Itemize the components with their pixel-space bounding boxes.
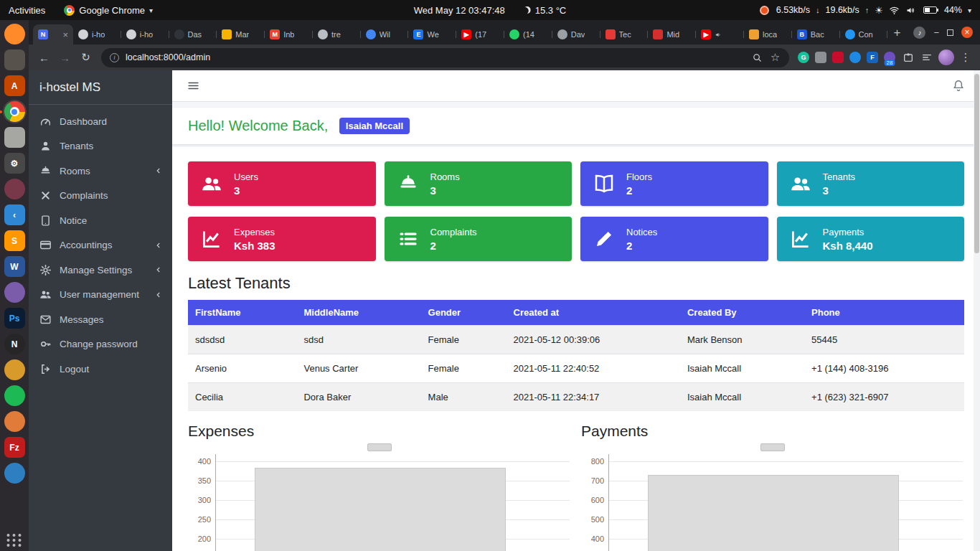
browser-tab[interactable]: Mid	[648, 24, 696, 44]
dock-item-app-center[interactable]: A	[4, 75, 25, 96]
browser-tab[interactable]: ▶	[696, 24, 744, 44]
tab-close-icon[interactable]: ×	[62, 30, 68, 39]
volume-icon[interactable]	[905, 5, 916, 16]
sidebar-item-notice[interactable]: Notice	[29, 208, 172, 233]
sidebar-item-manage-settings[interactable]: Manage Settings	[29, 258, 172, 283]
dock-item-notes[interactable]: N	[4, 334, 25, 354]
browser-tab[interactable]: loca	[744, 24, 792, 44]
dock-item-filezilla[interactable]: Fz	[4, 437, 25, 458]
browser-tab[interactable]: Tec	[600, 24, 649, 44]
window-maximize-button[interactable]	[947, 29, 953, 36]
tab-groups-icon[interactable]	[918, 49, 936, 66]
browser-tab[interactable]: EWe	[408, 24, 456, 44]
browser-tab[interactable]: Con	[840, 24, 888, 44]
dock-item-beer[interactable]	[4, 359, 25, 380]
dock-item-vscode[interactable]: ‹	[4, 204, 25, 225]
new-tab-button[interactable]: +	[887, 24, 906, 42]
app-menu[interactable]: Google Chrome ▾	[64, 5, 153, 16]
dock-item-inkscape[interactable]	[4, 411, 25, 432]
media-controls-button[interactable]: ♪	[913, 27, 925, 39]
bookmark-star-icon[interactable]: ☆	[770, 52, 781, 63]
browser-tab[interactable]: tre	[313, 24, 361, 44]
site-info-icon[interactable]: i	[110, 53, 119, 62]
tab-favicon-icon	[653, 29, 663, 39]
browser-tab[interactable]: N×	[33, 24, 73, 44]
browser-tab[interactable]: (14	[504, 24, 552, 44]
screenshot-tool-icon[interactable]	[815, 52, 826, 63]
browser-tab[interactable]: MInb	[265, 24, 313, 44]
browser-tab[interactable]: i-ho	[73, 24, 121, 44]
scrollbar-thumb[interactable]	[974, 74, 979, 253]
dock-item-glyph: W	[10, 262, 18, 272]
profile-avatar[interactable]	[938, 50, 954, 65]
stat-card-users[interactable]: Users3	[188, 161, 376, 206]
sidebar-item-user-management[interactable]: User management	[29, 283, 172, 308]
stat-text: PaymentsKsh 8,440	[823, 227, 873, 252]
notifications-bell-icon[interactable]	[951, 79, 966, 93]
brand[interactable]: i-hostel MS	[29, 70, 172, 105]
sidebar-item-rooms[interactable]: Rooms	[29, 159, 172, 184]
stat-card-rooms[interactable]: Rooms3	[385, 161, 573, 206]
dock-item-glyph: N	[11, 339, 18, 349]
back-button[interactable]: ←	[34, 48, 54, 67]
browser-tab[interactable]: ▶(17	[456, 24, 504, 44]
stat-card-notices[interactable]: Notices2	[580, 217, 768, 261]
dock-item-tweaks[interactable]: ⚙	[4, 153, 25, 174]
wifi-icon[interactable]	[889, 5, 900, 16]
sidebar-item-messages[interactable]: Messages	[29, 307, 172, 332]
video-call-icon[interactable]	[849, 52, 861, 63]
dock-item-spotify[interactable]	[4, 385, 25, 406]
tenants-table: FirstNameMiddleNameGenderCreated atCreat…	[188, 300, 964, 411]
dock-item-media[interactable]	[4, 179, 25, 199]
browser-tab[interactable]: Mar	[217, 24, 265, 44]
stat-card-expenses[interactable]: ExpensesKsh 383	[188, 217, 376, 261]
dock-item-firefox[interactable]	[4, 24, 25, 44]
sidebar-toggle-icon[interactable]	[187, 79, 200, 93]
column-header: FirstName	[188, 300, 296, 326]
dock-item-chrome[interactable]	[4, 101, 25, 122]
activities-button[interactable]: Activities	[9, 5, 45, 16]
dock-item-word[interactable]: W	[4, 256, 25, 277]
ft-tool-icon[interactable]: F	[867, 52, 878, 63]
notification-badge: 28	[885, 60, 895, 66]
sidebar-item-accountings[interactable]: Accountings	[29, 233, 172, 258]
zoom-icon[interactable]	[752, 52, 763, 63]
dock-item-draw[interactable]	[4, 282, 25, 303]
stat-card-tenants[interactable]: Tenants3	[777, 161, 965, 206]
browser-tab[interactable]: BBac	[792, 24, 840, 44]
sidebar-item-dashboard[interactable]: Dashboard	[29, 109, 172, 134]
adblock-plus-icon[interactable]	[832, 52, 844, 63]
dock-item-sublime[interactable]: S	[4, 230, 25, 251]
stat-card-payments[interactable]: PaymentsKsh 8,440	[777, 217, 965, 261]
dock-item-text-editor[interactable]	[4, 127, 25, 148]
account-icon[interactable]: 28	[884, 52, 895, 63]
browser-tab[interactable]: i-ho	[121, 24, 169, 44]
extensions-puzzle-icon[interactable]	[900, 49, 917, 66]
dock-item-web[interactable]	[4, 463, 25, 484]
clock[interactable]: Wed May 12 03:47:48	[414, 5, 505, 16]
sidebar-item-tenants[interactable]: Tenants	[29, 134, 172, 159]
stat-card-complaints[interactable]: Complaints2	[385, 217, 573, 261]
grammarly-icon[interactable]: G	[798, 52, 809, 63]
dock-item-files[interactable]	[4, 50, 25, 70]
chart-legend-box[interactable]	[760, 443, 785, 451]
address-bar[interactable]: i localhost:8000/admin ☆	[101, 48, 789, 67]
tab-favicon-icon	[557, 29, 567, 39]
sidebar-item-change-password[interactable]: Change password	[29, 332, 172, 357]
sidebar-item-logout[interactable]: Logout	[29, 357, 172, 382]
chart-legend-box[interactable]	[367, 443, 392, 451]
dock-item-photoshop[interactable]: Ps	[4, 308, 25, 329]
forward-button[interactable]: →	[55, 48, 75, 67]
stat-card-floors[interactable]: Floors2	[580, 161, 768, 206]
reload-button[interactable]: ↻	[76, 48, 95, 67]
sidebar-item-label: Accountings	[60, 240, 113, 250]
browser-tab[interactable]: Dav	[552, 24, 600, 44]
system-menu-caret-icon[interactable]: ▾	[968, 6, 971, 14]
browser-menu-icon[interactable]: ⋮	[957, 49, 974, 66]
window-close-button[interactable]: ×	[961, 27, 973, 38]
browser-tab[interactable]: Wil	[361, 24, 409, 44]
window-minimize-button[interactable]: −	[933, 27, 939, 38]
sidebar-item-complaints[interactable]: Complaints	[29, 184, 172, 209]
show-apps-button[interactable]	[7, 534, 22, 547]
browser-tab[interactable]: Das	[169, 24, 217, 44]
